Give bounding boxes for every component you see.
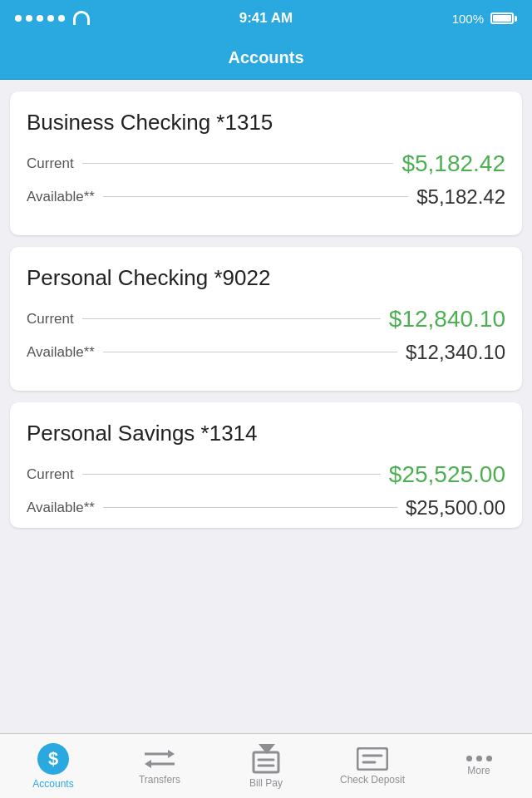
available-label-1: Available** [27, 344, 95, 361]
dot-1 [15, 15, 22, 22]
current-balance-row-2: Current $25,525.00 [27, 461, 505, 488]
account-card-personal-savings[interactable]: Personal Savings *1314 Current $25,525.0… [10, 402, 522, 528]
tab-transfers[interactable]: Transfers [106, 734, 213, 798]
tab-more-label: More [467, 765, 490, 776]
status-time: 9:41 AM [239, 10, 293, 27]
dot-3 [37, 15, 43, 22]
more-dot-3 [486, 756, 492, 761]
current-balance-row-0: Current $5,182.42 [27, 150, 505, 177]
dots-2a [82, 474, 381, 475]
current-balance-row-1: Current $12,840.10 [27, 306, 505, 332]
status-bar-right: 100% [452, 12, 517, 26]
transfers-icon [145, 747, 175, 771]
dots-1b [103, 352, 397, 352]
tab-accounts-label: Accounts [32, 778, 73, 790]
transfers-tab-icon [145, 747, 175, 771]
battery-body [490, 12, 514, 24]
account-name-1: Personal Checking *9022 [27, 265, 505, 291]
dot-4 [47, 15, 54, 22]
accounts-tab-icon: $ [37, 743, 69, 775]
battery-tip [515, 16, 517, 22]
available-amount-2: $25,500.00 [406, 496, 505, 520]
tab-checkdeposit-label: Check Deposit [340, 774, 405, 786]
account-card-business-checking[interactable]: Business Checking *1315 Current $5,182.4… [10, 91, 522, 235]
svg-rect-5 [254, 752, 278, 772]
wifi-icon [73, 12, 90, 25]
available-balance-row-0: Available** $5,182.42 [27, 185, 505, 209]
more-tab-icon [466, 756, 492, 761]
battery-percentage: 100% [452, 12, 484, 26]
accounts-list: Business Checking *1315 Current $5,182.4… [0, 80, 532, 733]
status-bar: 9:41 AM 100% [0, 0, 532, 37]
dot-2 [26, 15, 32, 22]
more-dot-2 [476, 756, 482, 761]
svg-rect-8 [357, 748, 387, 770]
current-label-2: Current [27, 466, 74, 483]
current-label-1: Current [27, 311, 74, 328]
status-bar-left [15, 12, 90, 25]
available-amount-0: $5,182.42 [416, 185, 505, 209]
current-label-0: Current [27, 155, 74, 172]
svg-marker-1 [168, 750, 175, 758]
account-name-0: Business Checking *1315 [27, 110, 505, 135]
more-dots-icon [466, 756, 492, 761]
svg-marker-3 [145, 760, 151, 768]
dollar-circle-icon: $ [37, 743, 69, 775]
more-dot-1 [466, 756, 472, 761]
dots-0a [82, 163, 394, 164]
checkdeposit-tab-icon [357, 747, 388, 771]
current-amount-1: $12,840.10 [389, 306, 505, 332]
dots-0b [103, 196, 408, 197]
battery-fill [493, 15, 511, 22]
tab-billpay[interactable]: Bill Pay [213, 734, 319, 798]
available-balance-row-1: Available** $12,340.10 [27, 341, 505, 364]
available-balance-row-2: Available** $25,500.00 [27, 496, 505, 520]
current-amount-2: $25,525.00 [389, 461, 505, 488]
nav-header: Accounts [0, 37, 532, 80]
account-card-personal-checking[interactable]: Personal Checking *9022 Current $12,840.… [10, 247, 522, 391]
account-name-2: Personal Savings *1314 [27, 421, 505, 446]
tab-transfers-label: Transfers [139, 774, 180, 786]
tab-more[interactable]: More [426, 734, 532, 798]
tab-checkdeposit[interactable]: Check Deposit [319, 734, 426, 798]
tab-accounts[interactable]: $ Accounts [0, 734, 106, 798]
billpay-icon [252, 744, 280, 774]
battery-icon [490, 12, 517, 24]
available-label-2: Available** [27, 500, 95, 516]
tab-billpay-label: Bill Pay [249, 777, 283, 789]
signal-dots [15, 15, 65, 22]
tab-bar: $ Accounts Transfers [0, 733, 532, 798]
billpay-tab-icon [252, 744, 280, 774]
dot-5 [58, 15, 65, 22]
current-amount-0: $5,182.42 [401, 150, 505, 177]
page-title: Accounts [228, 48, 303, 67]
dots-2b [103, 507, 397, 508]
checkdeposit-icon [357, 747, 388, 771]
dots-1a [82, 318, 381, 319]
available-amount-1: $12,340.10 [406, 341, 505, 364]
available-label-0: Available** [27, 189, 95, 205]
